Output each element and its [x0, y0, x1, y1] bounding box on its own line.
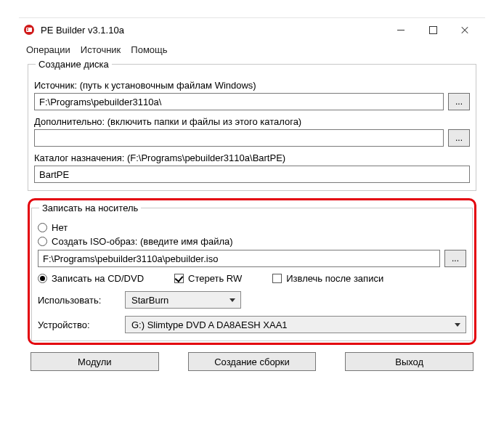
radio-none-label: Нет: [52, 222, 68, 233]
radio-create-iso-label: Создать ISO-образ: (введите имя файла): [52, 236, 233, 247]
menu-operations[interactable]: Операции: [26, 44, 70, 55]
use-select[interactable]: StarBurn: [125, 291, 241, 309]
menubar: Операции Источник Помощь: [19, 41, 485, 61]
group-create-disc-legend: Создание диска: [36, 59, 112, 70]
output-label: Каталог назначения: (F:\Programs\pebuild…: [34, 152, 470, 163]
source-label: Источник: (путь к установочным файлам Wi…: [34, 80, 470, 91]
device-select[interactable]: G:) Slimtype DVD A DA8AESH XAA1: [125, 316, 466, 333]
extra-label: Дополнительно: (включить папки и файлы и…: [34, 116, 470, 127]
menu-help[interactable]: Помощь: [131, 44, 167, 55]
group-create-disc: Создание диска Источник: (путь к установ…: [28, 64, 476, 191]
radio-none[interactable]: Нет: [38, 222, 68, 233]
group-write-media-legend: Записать на носитель: [39, 203, 141, 213]
iso-browse-button[interactable]: ...: [444, 250, 466, 267]
radio-create-iso[interactable]: Создать ISO-образ: (введите имя файла): [38, 236, 233, 247]
window-maximize-button[interactable]: [417, 20, 449, 40]
group-write-media: Записать на носитель Нет Создать ISO-обр…: [31, 208, 473, 341]
titlebar: PE Builder v3.1.10a: [19, 18, 485, 41]
checkbox-eject-after-icon: [272, 274, 282, 283]
checkbox-erase-rw[interactable]: Стереть RW: [174, 273, 242, 284]
radio-none-icon: [38, 223, 47, 232]
radio-burn-cddvd-label: Записать на CD/DVD: [52, 273, 144, 284]
svg-rect-3: [27, 30, 28, 30]
device-label: Устройство:: [38, 319, 118, 330]
app-window: PE Builder v3.1.10a Операции Источник По…: [19, 17, 485, 381]
source-browse-button[interactable]: ...: [448, 93, 470, 110]
menu-source[interactable]: Источник: [81, 44, 121, 55]
radio-create-iso-icon: [38, 237, 47, 246]
build-button[interactable]: Создание сборки: [188, 352, 317, 371]
window-close-button[interactable]: [449, 20, 481, 40]
iso-path-input[interactable]: [38, 250, 440, 267]
client-area: Создание диска Источник: (путь к установ…: [19, 64, 485, 381]
radio-burn-cddvd-icon: [38, 274, 47, 283]
checkbox-eject-after-label: Извлечь после записи: [286, 273, 383, 284]
window-title: PE Builder v3.1.10a: [41, 25, 124, 36]
use-select-value: StarBurn: [131, 295, 168, 306]
window-minimize-button[interactable]: [385, 20, 417, 40]
source-input[interactable]: [34, 93, 444, 110]
output-input[interactable]: [34, 166, 470, 183]
checkbox-eject-after[interactable]: Извлечь после записи: [272, 273, 383, 284]
bottom-button-bar: Модули Создание сборки Выход: [28, 352, 476, 371]
extra-input[interactable]: [34, 129, 444, 147]
checkbox-erase-rw-icon: [174, 274, 184, 283]
app-icon: [23, 24, 35, 36]
extra-browse-button[interactable]: ...: [448, 129, 470, 147]
exit-button[interactable]: Выход: [345, 352, 473, 371]
modules-button[interactable]: Модули: [31, 352, 159, 371]
device-select-value: G:) Slimtype DVD A DA8AESH XAA1: [131, 319, 288, 330]
highlighted-region: Записать на носитель Нет Создать ISO-обр…: [28, 198, 476, 345]
radio-burn-cddvd[interactable]: Записать на CD/DVD: [38, 273, 144, 284]
use-label: Использовать:: [38, 295, 118, 306]
checkbox-erase-rw-label: Стереть RW: [188, 273, 242, 284]
svg-rect-2: [27, 28, 28, 29]
